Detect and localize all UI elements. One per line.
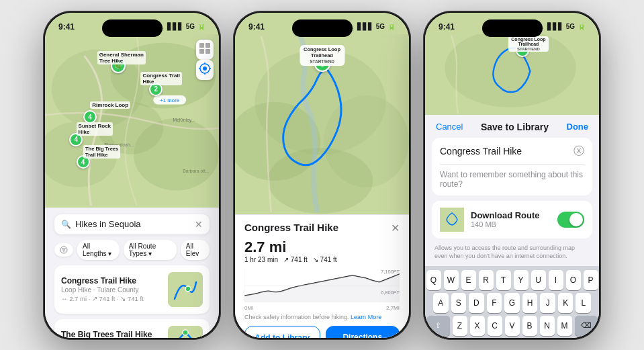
filter-icon xyxy=(60,246,68,254)
trailhead-label: Congress LoopTrailheadSTART/END xyxy=(300,45,344,66)
key-z[interactable]: Z xyxy=(453,316,467,336)
key-s[interactable]: S xyxy=(451,293,467,313)
key-e[interactable]: E xyxy=(461,270,476,290)
search-icon: 🔍 xyxy=(61,220,71,229)
time-2: 9:41 xyxy=(248,22,265,32)
map-pin-rimrock[interactable]: 4 xyxy=(83,110,97,124)
kb-row-2: A S D F G H J K L xyxy=(428,293,596,313)
panel-duration: 1 hr 23 min xyxy=(244,256,278,263)
save-note-field[interactable]: Want to remember something about this ro… xyxy=(440,170,584,189)
iphone-1: 9:41 ▲ ▋▋▋ 5G 🔋 xyxy=(43,11,221,340)
status-icons-1: ▲ ▋▋▋ 5G 🔋 xyxy=(158,23,205,30)
save-panel: Cancel Save to Library Done Congress Tra… xyxy=(425,115,599,338)
hike-info-congress: Congress Trail Hike Loop Hike · Tulare C… xyxy=(61,276,161,302)
location-button[interactable] xyxy=(196,60,214,80)
filter-types[interactable]: All Route Types ▾ xyxy=(124,240,177,260)
dynamic-island-2 xyxy=(292,19,353,37)
learn-more-link[interactable]: Learn More xyxy=(351,314,381,320)
battery-icon-1: 🔋 xyxy=(197,23,205,30)
hike-detail-panel: Congress Trail Hike ✕ 2.7 mi 1 hr 23 min… xyxy=(235,214,409,338)
key-j[interactable]: J xyxy=(540,293,555,313)
network-1: 5G xyxy=(186,23,195,30)
panel-close-button[interactable]: ✕ xyxy=(391,222,400,234)
key-n[interactable]: N xyxy=(540,316,555,336)
map-phone2: + Congress LoopTrailheadSTART/END xyxy=(235,34,409,214)
key-y[interactable]: Y xyxy=(514,270,528,290)
hike-subtitle-congress: Loop Hike · Tulare County xyxy=(61,286,161,294)
svg-rect-14 xyxy=(205,43,210,48)
location-icon xyxy=(199,62,211,75)
key-c[interactable]: C xyxy=(488,316,502,336)
kb-row-1: Q W E R T Y U I O P xyxy=(428,270,596,290)
search-query: Hikes in Sequoia xyxy=(75,219,191,229)
key-l[interactable]: L xyxy=(576,293,591,313)
search-bottom-sheet: 🔍 Hikes in Sequoia ✕ All Lengths ▾ All R… xyxy=(45,208,219,338)
key-t[interactable]: T xyxy=(496,270,511,290)
key-delete[interactable]: ⌫ xyxy=(575,316,598,336)
key-d[interactable]: D xyxy=(469,293,484,313)
filter-lengths[interactable]: All Lengths ▾ xyxy=(77,240,120,260)
map-type-icon xyxy=(199,42,211,54)
key-a[interactable]: A xyxy=(433,293,449,313)
hike-thumb-bigtrees xyxy=(168,326,203,338)
save-header: Cancel Save to Library Done xyxy=(425,115,599,138)
key-x[interactable]: X xyxy=(470,316,485,336)
safety-text: Check safety information before hiking. … xyxy=(244,314,400,320)
trailhead-label-3: Congress LoopTrailheadSTART/END xyxy=(508,36,548,52)
chart-x-labels: 0MI 2.7MI xyxy=(244,305,400,311)
cancel-button[interactable]: Cancel xyxy=(436,122,463,132)
key-u[interactable]: U xyxy=(531,270,546,290)
key-o[interactable]: O xyxy=(566,270,581,290)
pin-label-bigtrees: The Big TreesTrail Hike xyxy=(83,145,120,159)
pin-label-rimrock: Rimrock Loop xyxy=(90,101,130,109)
status-icons-3: ▲ ▋▋▋ 5G 🔋 xyxy=(538,23,586,30)
map-type-button[interactable] xyxy=(196,40,214,60)
hike-item-congress[interactable]: Congress Trail Hike Loop Hike · Tulare C… xyxy=(54,265,210,314)
filter-row: All Lengths ▾ All Route Types ▾ All Elev xyxy=(54,240,210,260)
filter-elev[interactable]: All Elev xyxy=(181,240,210,260)
key-q[interactable]: Q xyxy=(426,270,441,290)
download-map-svg xyxy=(440,208,464,232)
add-to-library-button[interactable]: Add to Library xyxy=(244,326,320,338)
key-g[interactable]: G xyxy=(504,293,520,313)
done-button[interactable]: Done xyxy=(567,122,589,132)
key-v[interactable]: V xyxy=(505,316,520,336)
svg-text:McKinley...: McKinley... xyxy=(173,117,195,122)
key-k[interactable]: K xyxy=(558,293,573,313)
key-p[interactable]: P xyxy=(584,270,598,290)
key-w[interactable]: W xyxy=(444,270,459,290)
panel-distance: 2.7 mi xyxy=(244,238,400,256)
svg-point-17 xyxy=(203,67,207,71)
time-1: 9:41 xyxy=(58,22,75,32)
svg-text:+1 more: +1 more xyxy=(160,97,179,103)
key-f[interactable]: F xyxy=(487,293,502,313)
hike-name-input[interactable]: Congress Trail Hike xyxy=(440,146,573,157)
elev-high-label: 7,100FT xyxy=(381,269,400,275)
key-i[interactable]: I xyxy=(549,270,563,290)
panel-title-row: Congress Trail Hike ✕ xyxy=(244,222,400,234)
download-toggle[interactable] xyxy=(557,212,584,228)
hike-item-bigtrees[interactable]: The Big Trees Trail Hike Loop Hike · Tul… xyxy=(54,319,210,338)
map-phone1: +1 more McKinley... Shenandoah... Barbar… xyxy=(45,34,219,208)
filter-chip-icon[interactable] xyxy=(54,243,73,257)
key-h[interactable]: H xyxy=(522,293,538,313)
key-m[interactable]: M xyxy=(557,316,572,336)
name-clear-button[interactable]: ⓧ xyxy=(573,144,584,159)
search-clear-button[interactable]: ✕ xyxy=(195,219,203,230)
panel-elev-loss: ↘ 741 ft xyxy=(313,256,337,263)
directions-button[interactable]: Directions xyxy=(326,326,400,338)
elev-low-label: 6,800FT xyxy=(381,290,400,296)
key-r[interactable]: R xyxy=(479,270,494,290)
battery-icon-2: 🔋 xyxy=(387,23,396,30)
pin-label-sunset: Sunset RockHike xyxy=(77,122,113,136)
svg-text:Barbara ott...: Barbara ott... xyxy=(183,169,210,173)
key-b[interactable]: B xyxy=(522,316,537,336)
svg-rect-42 xyxy=(440,208,464,232)
iphone-2: 9:41 ▲ ▋▋▋ 5G 🔋 xyxy=(233,11,411,340)
chart-x-start: 0MI xyxy=(244,305,253,311)
search-bar[interactable]: 🔍 Hikes in Sequoia ✕ xyxy=(54,214,210,234)
key-shift[interactable]: ⇧ xyxy=(427,316,450,336)
save-dialog-title: Save to Library xyxy=(481,122,549,132)
time-3: 9:41 xyxy=(439,22,455,32)
download-description: Allows you to access the route and surro… xyxy=(432,244,592,261)
